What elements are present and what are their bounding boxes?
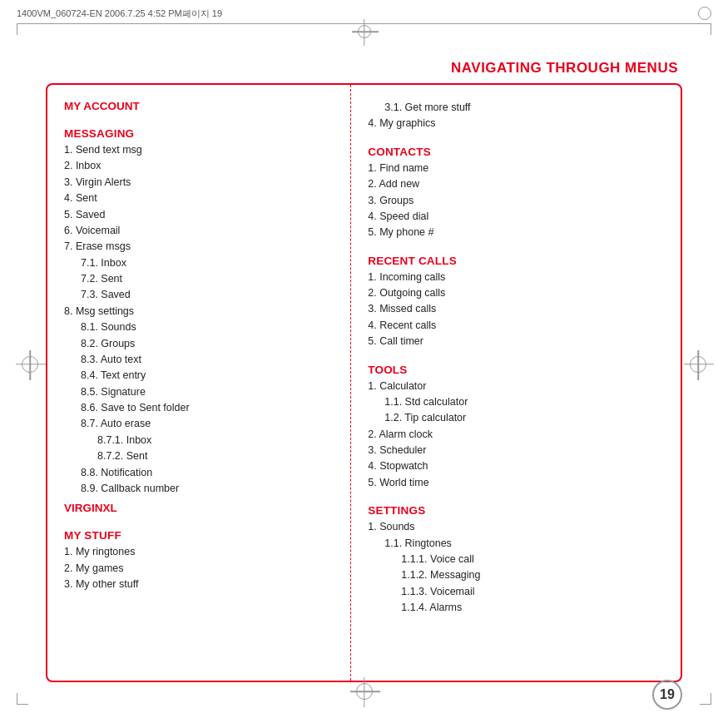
list-item: 2. Add new <box>368 176 667 192</box>
section-mystuff: MY STUFF <box>64 529 337 542</box>
list-item: 5. My phone # <box>368 225 667 240</box>
list-item: 4. My graphics <box>368 116 667 131</box>
main-content-box: MY ACCOUNT MESSAGING 1. Send text msg2. … <box>46 83 682 682</box>
list-item: 1.2. Tip calculator <box>368 410 667 426</box>
list-item: 4. Speed dial <box>368 209 667 225</box>
contacts-items: 1. Find name2. Add new3. Groups4. Speed … <box>368 161 667 241</box>
section-recent-calls: RECENT CALLS <box>368 255 667 267</box>
list-item: 1. My ringtones <box>64 544 337 560</box>
header-filename: 1400VM_060724-EN 2006.7.25 4:52 PM페이지 19 <box>17 7 695 20</box>
page-title: NAVIGATING THROUGH MENUS <box>451 60 678 77</box>
list-item: 5. Saved <box>64 207 337 223</box>
list-item: 1.1.4. Alarms <box>368 600 667 616</box>
list-item: 5. Call timer <box>368 334 667 349</box>
recent-calls-items: 1. Incoming calls2. Outgoing calls3. Mis… <box>368 270 667 350</box>
list-item: 7.1. Inbox <box>64 255 337 271</box>
list-item: 1.1. Ringtones <box>368 536 667 552</box>
list-item: 1.1.2. Messaging <box>368 567 667 583</box>
list-item: 8.4. Text entry <box>64 368 337 384</box>
category-virginxl: VIRGINXL <box>64 502 337 514</box>
list-item: 2. Outgoing calls <box>368 285 667 301</box>
corner-mark-bl <box>17 693 28 705</box>
list-item: 2. My games <box>64 561 337 577</box>
list-item: 8.9. Callback number <box>64 481 337 497</box>
header-circle-mark <box>698 7 711 20</box>
list-item: 8.6. Save to Sent folder <box>64 400 337 416</box>
list-item: 7.2. Sent <box>64 271 337 287</box>
list-item: 8. Msg settings <box>64 304 337 319</box>
list-item: 1. Send text msg <box>64 142 337 158</box>
list-item: 1. Sounds <box>368 519 667 535</box>
list-item: 8.7.2. Sent <box>64 448 337 464</box>
right-column: 3.1. Get more stuff4. My graphics CONTAC… <box>351 85 681 681</box>
page-number: 19 <box>652 680 682 710</box>
list-item: 3. Virgin Alerts <box>64 175 337 191</box>
list-item: 7.3. Saved <box>64 287 337 303</box>
list-item: 7. Erase msgs <box>64 239 337 255</box>
list-item: 3. Groups <box>368 193 667 209</box>
section-settings: SETTINGS <box>368 504 667 517</box>
top-crosshair <box>358 25 371 38</box>
right-crosshair <box>690 356 706 373</box>
section-contacts: CONTACTS <box>368 146 667 158</box>
settings-items: 1. Sounds1.1. Ringtones1.1.1. Voice call… <box>368 519 667 616</box>
list-item: 8.2. Groups <box>64 336 337 352</box>
list-item: 5. World time <box>368 475 667 491</box>
list-item: 1.1.1. Voice call <box>368 552 667 567</box>
messaging-items: 1. Send text msg2. Inbox3. Virgin Alerts… <box>64 142 337 497</box>
list-item: 4. Recent calls <box>368 318 667 334</box>
section-messaging: MESSAGING <box>64 127 337 140</box>
tools-items: 1. Calculator1.1. Std calculator1.2. Tip… <box>368 379 667 492</box>
list-item: 8.7. Auto erase <box>64 416 337 432</box>
list-item: 8.7.1. Inbox <box>64 433 337 448</box>
list-item: 4. Sent <box>64 191 337 206</box>
list-item: 3. Missed calls <box>368 301 667 317</box>
bottom-crosshair <box>356 683 373 700</box>
list-item: 3.1. Get more stuff <box>368 100 667 116</box>
list-item: 1. Incoming calls <box>368 270 667 285</box>
left-column: MY ACCOUNT MESSAGING 1. Send text msg2. … <box>47 85 351 681</box>
pre-items: 3.1. Get more stuff4. My graphics <box>368 100 667 132</box>
list-item: 8.3. Auto text <box>64 352 337 368</box>
list-item: 1.1.3. Voicemail <box>368 584 667 600</box>
list-item: 1.1. Std calculator <box>368 394 667 410</box>
list-item: 8.5. Signature <box>64 384 337 400</box>
category-my-account: MY ACCOUNT <box>64 100 337 112</box>
list-item: 2. Inbox <box>64 158 337 174</box>
list-item: 3. Scheduler <box>368 443 667 458</box>
corner-mark-br <box>700 693 711 705</box>
list-item: 6. Voicemail <box>64 223 337 239</box>
list-item: 4. Stopwatch <box>368 458 667 474</box>
corner-mark-tl <box>17 23 28 35</box>
list-item: 3. My other stuff <box>64 577 337 592</box>
left-crosshair <box>22 356 38 373</box>
mystuff-items: 1. My ringtones2. My games3. My other st… <box>64 544 337 592</box>
list-item: 2. Alarm clock <box>368 427 667 443</box>
section-tools: TOOLS <box>368 364 667 376</box>
list-item: 1. Calculator <box>368 379 667 394</box>
corner-mark-tr <box>700 23 711 35</box>
list-item: 8.1. Sounds <box>64 319 337 335</box>
list-item: 8.8. Notification <box>64 465 337 481</box>
list-item: 1. Find name <box>368 161 667 176</box>
